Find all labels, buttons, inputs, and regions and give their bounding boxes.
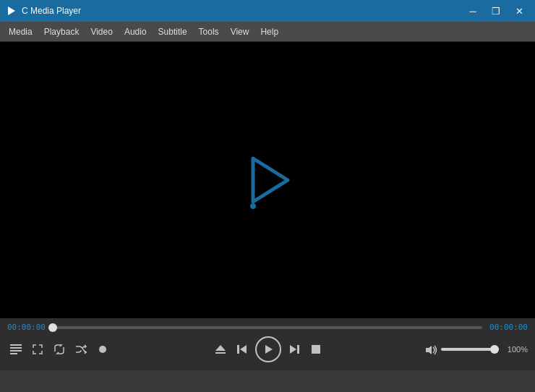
svg-rect-4	[10, 347, 22, 349]
seekbar-track[interactable]	[53, 326, 482, 329]
volume-thumb[interactable]	[490, 345, 499, 354]
next-button[interactable]	[286, 341, 303, 358]
seekbar-thumb[interactable]	[48, 323, 57, 332]
previous-button[interactable]	[234, 341, 251, 358]
logo-svg	[239, 151, 296, 209]
menu-tools[interactable]: Tools	[193, 24, 225, 40]
svg-rect-13	[237, 345, 239, 354]
svg-rect-3	[10, 344, 22, 346]
volume-track[interactable]	[441, 348, 499, 351]
menu-audio[interactable]: Audio	[119, 24, 153, 40]
seekbar-row: 00:00:00 00:00:00	[0, 318, 535, 333]
eject-button[interactable]	[212, 341, 229, 358]
bottom-controls: 100%	[0, 333, 535, 365]
menubar: Media Playback Video Audio Subtitle Tool…	[0, 22, 535, 42]
play-pause-button[interactable]	[255, 336, 281, 362]
menu-playback[interactable]: Playback	[38, 24, 85, 40]
svg-rect-16	[297, 345, 299, 354]
record-button[interactable]	[94, 341, 111, 358]
close-button[interactable]: ✕	[509, 4, 529, 18]
window-title: C Media Player	[22, 6, 463, 16]
controls-area: 00:00:00 00:00:00	[0, 318, 535, 370]
volume-area: 100%	[425, 343, 528, 356]
svg-rect-5	[10, 350, 22, 351]
fullscreen-button[interactable]	[29, 341, 46, 358]
svg-marker-0	[8, 7, 15, 15]
minimize-button[interactable]: ─	[463, 4, 483, 18]
window-controls: ─ ❐ ✕	[463, 4, 529, 18]
menu-media[interactable]: Media	[3, 24, 38, 40]
svg-marker-15	[290, 345, 296, 354]
svg-marker-1	[253, 158, 288, 202]
menu-view[interactable]: View	[225, 24, 255, 40]
volume-percentage: 100%	[502, 345, 528, 354]
menu-help[interactable]: Help	[254, 24, 284, 40]
shuffle-button[interactable]	[72, 341, 90, 358]
time-current: 00:00:00	[7, 323, 47, 332]
svg-rect-6	[10, 353, 17, 354]
loop-button[interactable]	[51, 341, 68, 358]
svg-marker-12	[240, 345, 247, 354]
volume-icon[interactable]	[425, 343, 438, 356]
player-logo	[239, 151, 296, 209]
stop-button[interactable]	[307, 341, 325, 358]
svg-marker-18	[426, 346, 432, 354]
menu-subtitle[interactable]: Subtitle	[153, 24, 193, 40]
svg-rect-17	[312, 345, 320, 354]
titlebar: C Media Player ─ ❐ ✕	[0, 0, 535, 22]
svg-point-9	[99, 346, 106, 353]
menu-video[interactable]: Video	[85, 24, 118, 40]
svg-point-2	[250, 203, 256, 209]
svg-rect-11	[215, 352, 226, 354]
playlist-button[interactable]	[7, 341, 25, 358]
app-icon	[6, 5, 17, 17]
time-total: 00:00:00	[488, 323, 528, 332]
svg-marker-10	[215, 345, 226, 351]
video-area	[0, 42, 535, 318]
svg-marker-14	[265, 345, 273, 354]
restore-button[interactable]: ❐	[486, 4, 506, 18]
